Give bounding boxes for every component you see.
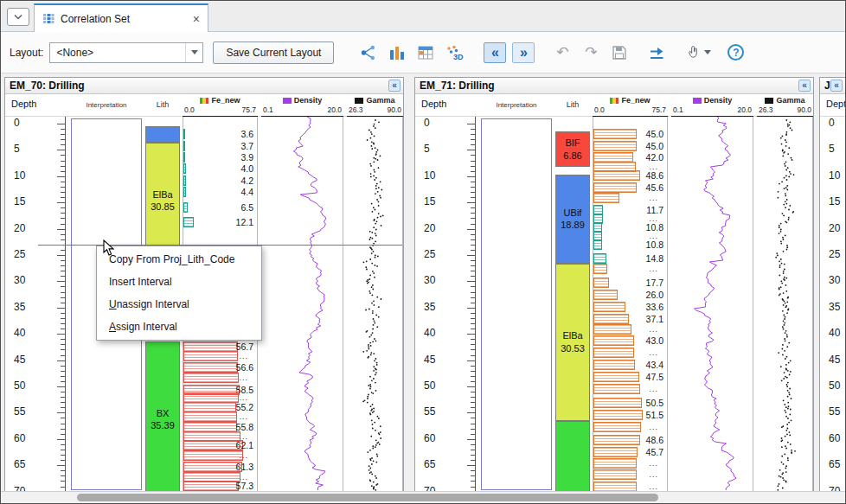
- density-track[interactable]: [261, 117, 343, 491]
- depth-label: 50: [14, 380, 25, 392]
- lith-interval[interactable]: [555, 421, 590, 491]
- lith-interval[interactable]: ElBa30.85: [145, 143, 180, 259]
- 3d-view-icon[interactable]: 3D: [443, 42, 465, 63]
- save-current-layout-button[interactable]: Save Current Layout: [213, 41, 334, 64]
- undo-icon[interactable]: ↶: [551, 42, 574, 63]
- depth-label: 25: [829, 248, 840, 260]
- ruler-tick: [471, 292, 475, 293]
- depth-label: 50: [424, 380, 435, 392]
- fe-bar: [593, 253, 606, 264]
- ruler-tick: [61, 224, 65, 225]
- panel-collapse-button[interactable]: «: [830, 80, 843, 92]
- scroll-first-button[interactable]: «: [484, 42, 506, 63]
- lith-interval[interactable]: BX35.39: [145, 341, 180, 491]
- tab-close-icon[interactable]: ×: [193, 13, 200, 25]
- lith-interval[interactable]: UBif18.89: [555, 175, 590, 264]
- lith-interval[interactable]: BIF6.86: [555, 131, 590, 167]
- fe-bar: [593, 170, 640, 181]
- fe-value: 12.1: [236, 217, 253, 227]
- depth-label: 30: [14, 275, 25, 287]
- ruler-tick: [61, 349, 65, 350]
- ruler-tick: [57, 202, 65, 203]
- ruler-tick: [57, 386, 65, 387]
- ruler-tick: [61, 197, 65, 198]
- curve-color-chip: [355, 98, 363, 104]
- ruler-tick: [471, 487, 475, 488]
- depth-label: 45: [424, 354, 435, 366]
- ruler-tick: [61, 371, 65, 372]
- gamma-track[interactable]: [347, 117, 403, 491]
- ruler-tick: [61, 129, 65, 130]
- ruler-tick: [471, 318, 475, 319]
- ruler-tick: [471, 455, 475, 456]
- fe-bar: [183, 481, 239, 491]
- lith-label: BX: [157, 407, 170, 419]
- ruler-tick: [61, 487, 65, 488]
- lith-column-header: Lith: [555, 100, 590, 109]
- curve-min-value: 26.3: [759, 105, 773, 114]
- density-track[interactable]: [671, 117, 753, 491]
- fe-bar: [183, 187, 186, 197]
- ruler-tick: [471, 444, 475, 445]
- context-menu-item[interactable]: Copy From Proj_Lith_Code: [97, 248, 261, 271]
- interpretation-track[interactable]: [481, 118, 552, 490]
- curve-color-chip: [765, 98, 773, 104]
- save-icon[interactable]: [608, 42, 631, 63]
- fe-value: 61.3: [236, 462, 253, 472]
- depth-label: 15: [14, 195, 25, 207]
- lith-interval[interactable]: ElBa30.53: [555, 264, 590, 421]
- curve-legend: Density0.120.0: [261, 94, 343, 117]
- lith-interval[interactable]: [145, 126, 180, 143]
- help-button[interactable]: ?: [727, 44, 744, 61]
- curve-legend: Gamma26.390.0: [757, 94, 813, 117]
- chevron-down-icon: [704, 50, 711, 54]
- ruler-tick: [471, 182, 475, 182]
- ruler-tick: [61, 265, 65, 266]
- ruler-tick: [61, 481, 65, 482]
- depth-label: 0: [14, 117, 20, 129]
- horizontal-scrollbar-thumb[interactable]: [77, 494, 658, 501]
- lith-track[interactable]: BIF6.86UBif18.89ElBa30.53: [555, 117, 590, 491]
- curve-range: 0.120.0: [261, 105, 343, 114]
- context-menu-item[interactable]: Insert Interval: [97, 271, 261, 293]
- correlation-diagram-icon[interactable]: [357, 42, 380, 63]
- curve-name: Fe_new: [621, 96, 650, 105]
- gamma-curve: [347, 117, 403, 491]
- interpretation-column-header: Interpretation: [71, 101, 142, 109]
- curve-color-chip: [610, 98, 618, 104]
- column-chart-icon[interactable]: [386, 42, 408, 63]
- data-grid-icon[interactable]: [414, 42, 437, 63]
- redo-icon[interactable]: ↷: [580, 42, 602, 63]
- ruler-tick: [471, 349, 475, 350]
- tab-correlation-set[interactable]: Correlation Set ×: [34, 3, 208, 32]
- fe-track[interactable]: 45.045.042.0...48.645.6...11.7...10.8...…: [593, 117, 668, 491]
- ruler-tick: [471, 245, 475, 246]
- pan-tool-button[interactable]: [686, 44, 711, 61]
- fe-bar: [183, 362, 238, 373]
- depth-label: 30: [424, 275, 435, 287]
- ruler-tick: [61, 297, 65, 298]
- gamma-track[interactable]: [757, 117, 813, 491]
- depth-label: 60: [829, 432, 840, 444]
- curve-legend: Fe_new0.075.7: [183, 94, 258, 117]
- tab-list-dropdown-button[interactable]: [7, 8, 29, 26]
- panel-collapse-button[interactable]: «: [798, 80, 811, 92]
- menu-item-mnemonic: A: [109, 321, 116, 333]
- context-menu-item[interactable]: Unassign Interval: [97, 293, 261, 316]
- context-menu-item[interactable]: Assign Interval: [97, 316, 261, 338]
- fe-value: 45.7: [646, 447, 663, 457]
- layout-select[interactable]: <None>: [49, 42, 203, 63]
- ruler-tick: [467, 229, 475, 230]
- fe-value: 42.0: [646, 152, 663, 163]
- scroll-last-button[interactable]: »: [512, 42, 535, 63]
- pan-hand-icon: [686, 44, 702, 61]
- ruler-tick: [471, 424, 475, 424]
- well-log-panel: JM«Depth0510152025303540455055606570: [819, 77, 845, 491]
- horizontal-scrollbar[interactable]: [1, 491, 845, 503]
- export-next-icon[interactable]: [645, 42, 668, 63]
- depth-ruler: [48, 117, 66, 491]
- ruler-tick: [57, 439, 65, 440]
- panel-collapse-button[interactable]: «: [388, 80, 401, 92]
- fe-bar: [593, 410, 643, 420]
- curve-legend: Fe_new0.075.7: [593, 94, 668, 117]
